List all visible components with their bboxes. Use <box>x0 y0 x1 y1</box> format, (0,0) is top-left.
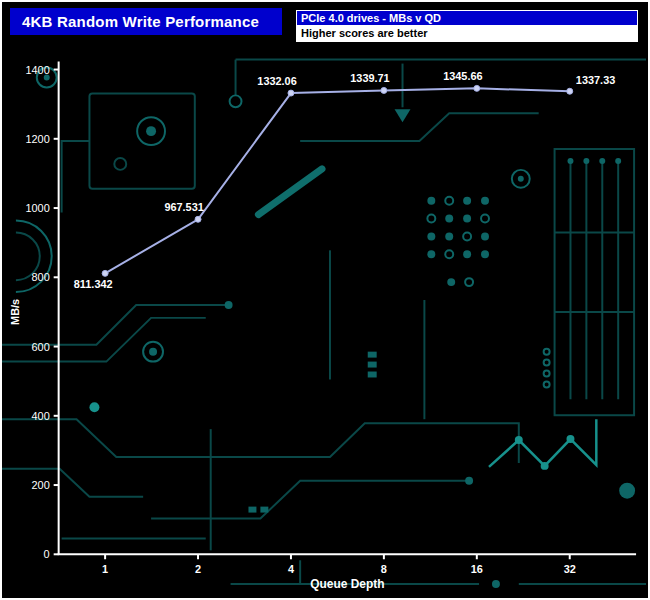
data-label: 1337.33 <box>576 74 615 86</box>
y-tick-label: 400 <box>31 410 49 422</box>
data-point <box>474 85 480 91</box>
y-tick-label: 0 <box>44 548 50 560</box>
data-point <box>288 90 294 96</box>
x-tick-label: 32 <box>564 563 576 575</box>
data-point <box>102 270 108 276</box>
chart-note: Higher scores are better <box>296 26 638 42</box>
data-label: 1339.71 <box>350 72 389 84</box>
x-tick-label: 2 <box>195 563 201 575</box>
x-axis-title: Queue Depth <box>310 577 384 591</box>
chart-frame: 020040060080010001200140012481632MB/sQue… <box>0 0 650 600</box>
data-point <box>567 88 573 94</box>
x-tick-label: 4 <box>288 563 294 575</box>
data-point <box>195 216 201 222</box>
chart-canvas: 020040060080010001200140012481632MB/sQue… <box>2 2 648 598</box>
x-tick-label: 16 <box>471 563 483 575</box>
circuit-board-background <box>2 60 646 588</box>
data-label: 811.342 <box>74 278 113 290</box>
y-tick-label: 200 <box>31 479 49 491</box>
data-label: 1345.66 <box>443 70 482 82</box>
data-point <box>381 87 387 93</box>
data-label: 967.531 <box>164 201 203 213</box>
chart-subtitle: PCIe 4.0 drives - MBs v QD <box>296 10 638 26</box>
y-tick-label: 800 <box>31 271 49 283</box>
data-label: 1332.06 <box>257 75 296 87</box>
y-axis-title: MB/s <box>9 299 21 325</box>
y-tick-label: 600 <box>31 341 49 353</box>
subtitle-stack: PCIe 4.0 drives - MBs v QD Higher scores… <box>296 10 638 42</box>
data-line <box>105 88 570 273</box>
y-tick-label: 1000 <box>25 202 49 214</box>
x-tick-label: 1 <box>102 563 108 575</box>
chart-title: 4KB Random Write Performance <box>10 8 282 35</box>
y-tick-label: 1400 <box>25 64 49 76</box>
x-tick-label: 8 <box>381 563 387 575</box>
y-tick-label: 1200 <box>25 133 49 145</box>
